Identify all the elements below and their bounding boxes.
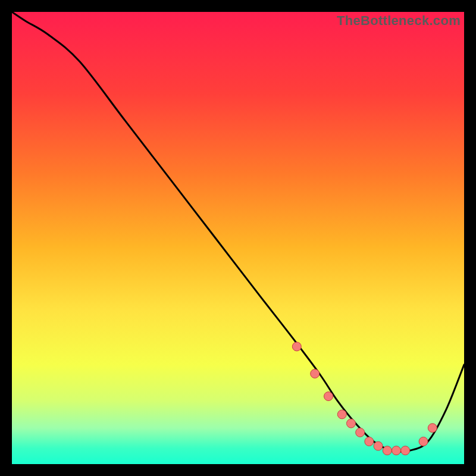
data-marker <box>292 342 301 351</box>
chart-frame: TheBottleneck.com <box>12 12 464 464</box>
bottleneck-chart <box>12 12 464 464</box>
watermark-text: TheBottleneck.com <box>337 13 461 29</box>
data-marker <box>383 446 392 455</box>
data-marker <box>356 428 365 437</box>
data-marker <box>419 437 428 446</box>
data-marker <box>374 441 383 450</box>
data-marker <box>428 424 437 433</box>
data-marker <box>392 446 401 455</box>
data-marker <box>365 437 374 446</box>
data-marker <box>337 410 346 419</box>
data-marker <box>324 392 333 401</box>
data-marker <box>401 446 410 455</box>
data-marker <box>347 419 356 428</box>
gradient-background <box>12 12 464 464</box>
data-marker <box>311 369 320 378</box>
